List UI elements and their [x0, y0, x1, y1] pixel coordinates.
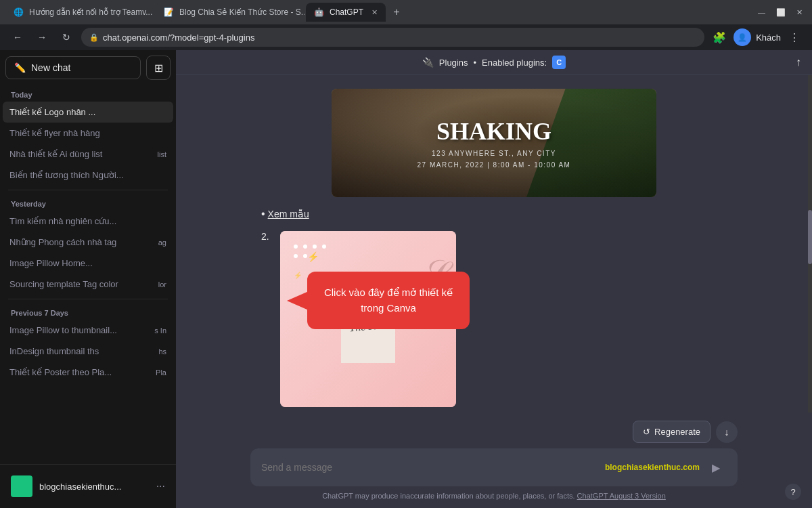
week-item-1[interactable]: InDesign thumbnail ths hs — [3, 341, 173, 362]
sidebar-item-0-text: Thiết kế Logo nhân ... — [9, 107, 152, 117]
week-item-0[interactable]: Image Pillow to thumbnail... s In — [3, 320, 173, 341]
regenerate-icon: ↺ — [643, 427, 650, 437]
plugins-icon: 🔌 — [422, 57, 434, 68]
divider-1 — [8, 190, 168, 190]
extensions-button[interactable]: 🧩 — [710, 28, 729, 47]
week-item-0-text: Image Pillow to thumbnail... — [9, 325, 149, 335]
plugin-avatar[interactable]: C — [552, 56, 566, 69]
week-item-1-text: InDesign thumbnail ths — [9, 346, 153, 356]
refresh-button[interactable]: ↻ — [57, 28, 76, 47]
footer-link[interactable]: ChatGPT August 3 Version — [577, 492, 666, 500]
red-callout[interactable]: Click vào đây để mở thiết kế trong Canva — [307, 272, 470, 329]
yesterday-item-3-text: Sourcing template Tag color — [9, 279, 153, 289]
sidebar-item-3[interactable]: Biến thể tương thích Người... — [3, 165, 173, 186]
plugin-letter: C — [556, 58, 562, 66]
app-container: ✏️ New chat ⊞ Today Thiết kế Logo nhân .… — [0, 50, 812, 508]
toggle-sidebar-button[interactable]: ⊞ — [146, 56, 171, 80]
tab-1[interactable]: 🌐 Hướng dẫn kết nối hỗ trợ Teamv... ✕ — [5, 3, 154, 22]
new-tab-button[interactable]: + — [387, 3, 406, 22]
message-input[interactable] — [261, 462, 600, 473]
dot-4 — [322, 245, 326, 249]
week-item-2-text: Thiết kế Poster theo Pla... — [9, 367, 150, 377]
url-text: chat.openai.com/?model=gpt-4-plugins — [103, 33, 254, 43]
tab-2-favicon: 📝 — [164, 7, 174, 17]
enabled-plugins: C — [552, 56, 566, 69]
address-bar-right: 🧩 👤 Khách ⋮ — [710, 28, 804, 47]
today-label: Today — [3, 85, 173, 102]
footer-text: ChatGPT may produce inaccurate informati… — [187, 492, 801, 500]
week-item-2-badge: Pla — [156, 368, 166, 377]
watermark: blogchiasekienthuc.com — [605, 463, 700, 472]
tab-3[interactable]: 🤖 ChatGPT ✕ — [306, 3, 386, 22]
item-number: 2. — [261, 231, 275, 242]
sidebar-items: Today Thiết kế Logo nhân ... 🗑 Thiết kế … — [0, 85, 176, 464]
lock-icon: 🔒 — [89, 33, 99, 42]
sidebar-toggle-icon: ⊞ — [154, 62, 163, 75]
sidebar-item-1-text: Thiết kế flyer nhà hàng — [9, 128, 166, 138]
yesterday-label: Yesterday — [3, 194, 173, 211]
bullet-point: • — [261, 208, 265, 220]
lightning-icon: ⚡ — [307, 251, 319, 262]
event-date: 27 MARCH, 2022 | 8:00 AM - 10:00 AM — [418, 161, 571, 169]
design-card-section: ⚡ ⚡ The The sour 𝒮 — [280, 231, 456, 407]
send-button[interactable]: ▶ — [705, 457, 727, 478]
regenerate-button[interactable]: ↺ Regenerate — [633, 421, 710, 443]
close-button[interactable]: ✕ — [792, 8, 807, 17]
plus-icon: ✏️ — [14, 62, 26, 73]
yesterday-item-2[interactable]: Image Pillow Home... — [3, 253, 173, 274]
scrollbar[interactable] — [808, 75, 812, 412]
scrollbar-thumb[interactable] — [808, 210, 812, 264]
xem-mau-link[interactable]: Xem mẫu — [268, 209, 309, 219]
plugins-label: Plugins — [439, 58, 468, 68]
minimize-button[interactable]: — — [754, 8, 769, 16]
tab-1-label: Hướng dẫn kết nối hỗ trợ Teamv... — [29, 7, 152, 17]
sidebar-item-2[interactable]: Nhà thiết kế Ai dùng list list — [3, 144, 173, 165]
footer-disclaimer: ChatGPT may produce inaccurate informati… — [322, 492, 574, 500]
help-button[interactable]: ? — [785, 484, 801, 500]
dot-separator: • — [473, 58, 476, 68]
dot-5 — [294, 254, 298, 258]
maximize-button[interactable]: ⬜ — [772, 8, 790, 17]
tab-3-close[interactable]: ✕ — [371, 8, 378, 17]
user-avatar-sidebar — [11, 475, 32, 497]
scroll-bottom-button[interactable]: ↓ — [716, 421, 738, 443]
url-bar[interactable]: 🔒 chat.openai.com/?model=gpt-4-plugins — [81, 28, 704, 47]
help-icon: ? — [790, 487, 795, 497]
sidebar-user[interactable]: blogchiasekienthuc... ··· — [5, 470, 171, 503]
back-button[interactable]: ← — [8, 28, 27, 47]
menu-button[interactable]: ⋮ — [785, 28, 804, 47]
yesterday-item-2-text: Image Pillow Home... — [9, 258, 166, 268]
forward-button[interactable]: → — [32, 28, 51, 47]
message-area: SHAKING 123 ANYWHERE ST., ANY CITY 27 MA… — [250, 89, 738, 407]
sidebar-item-0[interactable]: Thiết kế Logo nhân ... 🗑 — [3, 102, 173, 123]
tab-3-label: ChatGPT — [330, 7, 363, 17]
main-content: 🔌 Plugins • Enabled plugins: C ↑ — [176, 50, 812, 508]
tab-bar-controls: — ⬜ ✕ — [754, 8, 807, 17]
yesterday-item-1[interactable]: Những Phong cách nhà tag ag — [3, 232, 173, 253]
tab-2[interactable]: 📝 Blog Chia Sẻ Kiến Thức Store - S... ✕ — [156, 3, 304, 22]
chat-header: 🔌 Plugins • Enabled plugins: C ↑ — [176, 50, 812, 75]
lightning-icon-2: ⚡ — [294, 272, 302, 279]
shaking-text: SHAKING — [436, 117, 551, 146]
yesterday-item-3-badge: lor — [158, 280, 166, 289]
yesterday-item-3[interactable]: Sourcing template Tag color lor — [3, 274, 173, 295]
week-item-2[interactable]: Thiết kế Poster theo Pla... Pla — [3, 362, 173, 383]
user-options-icon[interactable]: ··· — [156, 480, 165, 492]
regenerate-label: Regenerate — [654, 427, 700, 437]
tab-1-favicon: 🌐 — [14, 7, 24, 17]
regenerate-row: ↺ Regenerate ↓ — [250, 421, 738, 443]
tab-3-favicon: 🤖 — [314, 7, 324, 17]
chat-bottom: ↺ Regenerate ↓ blogchiasekienthuc.com ▶ … — [176, 412, 812, 508]
sidebar-item-1[interactable]: Thiết kế flyer nhà hàng — [3, 123, 173, 144]
share-button[interactable]: ↑ — [796, 56, 801, 68]
new-chat-button[interactable]: ✏️ New chat — [5, 56, 141, 79]
user-label: Khách — [756, 33, 781, 43]
sidebar-item-2-badge: list — [158, 150, 166, 158]
sidebar-top: ✏️ New chat ⊞ — [0, 50, 176, 85]
profile-button[interactable]: 👤 — [733, 28, 752, 47]
sidebar-user-name: blogchiasekienthuc... — [39, 482, 150, 492]
chat-messages[interactable]: SHAKING 123 ANYWHERE ST., ANY CITY 27 MA… — [176, 75, 812, 412]
new-chat-label: New chat — [31, 62, 70, 73]
yesterday-item-0[interactable]: Tìm kiếm nhà nghiên cứu... — [3, 211, 173, 232]
dot-2 — [303, 245, 307, 249]
